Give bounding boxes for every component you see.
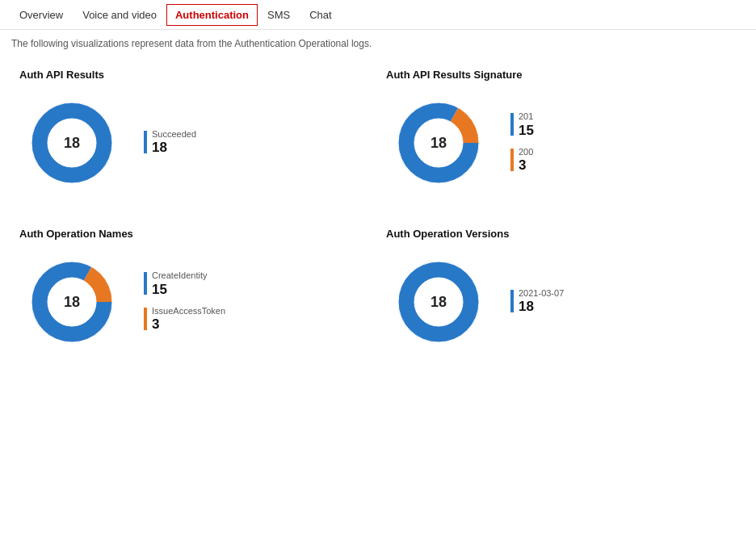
legend-color xyxy=(144,272,147,295)
legend-color xyxy=(144,131,147,153)
donut-center-auth-operation-versions: 18 xyxy=(430,294,447,311)
tab-authentication[interactable]: Authentication xyxy=(166,4,258,26)
chart-content-auth-api-results-signature: 18201152003 xyxy=(386,90,737,195)
legend-item: 2003 xyxy=(510,147,534,174)
chart-content-auth-api-results: 18Succeeded18 xyxy=(19,90,370,195)
tab-chat[interactable]: Chat xyxy=(300,2,341,27)
legend-color xyxy=(510,290,514,312)
chart-content-auth-operation-versions: 182021-03-0718 xyxy=(386,249,737,354)
donut-center-auth-api-results-signature: 18 xyxy=(430,135,447,152)
legend-label: 201 xyxy=(519,111,534,122)
donut-auth-operation-versions: 18 xyxy=(386,249,491,354)
donut-auth-api-results-signature: 18 xyxy=(386,90,491,195)
legend-label: 200 xyxy=(519,147,533,157)
legend-value: 15 xyxy=(152,282,207,298)
chart-content-auth-operation-names: 18CreateIdentity15IssueAccessToken3 xyxy=(19,249,370,354)
chart-section-auth-operation-names: Auth Operation Names18CreateIdentity15Is… xyxy=(11,215,378,374)
tab-overview[interactable]: Overview xyxy=(10,2,73,27)
legend-value: 15 xyxy=(519,123,534,139)
tab-sms[interactable]: SMS xyxy=(258,2,300,27)
legend-label: 2021-03-07 xyxy=(519,288,564,299)
donut-center-auth-api-results: 18 xyxy=(64,135,80,152)
legend-auth-api-results: Succeeded18 xyxy=(144,129,196,157)
legend-item: CreateIdentity15 xyxy=(144,270,225,298)
legend-label: Succeeded xyxy=(152,129,196,140)
chart-title-auth-operation-names: Auth Operation Names xyxy=(19,228,370,240)
legend-item: Succeeded18 xyxy=(144,129,196,157)
legend-auth-operation-names: CreateIdentity15IssueAccessToken3 xyxy=(144,270,225,333)
legend-value: 3 xyxy=(152,316,225,333)
donut-auth-operation-names: 18 xyxy=(19,249,124,354)
legend-label: IssueAccessToken xyxy=(152,306,225,316)
legend-color xyxy=(510,149,514,171)
page-description: The following visualizations represent d… xyxy=(0,30,756,56)
legend-item: 20115 xyxy=(510,111,534,139)
legend-label: CreateIdentity xyxy=(152,270,207,281)
chart-title-auth-api-results-signature: Auth API Results Signature xyxy=(386,69,737,81)
legend-value: 3 xyxy=(519,157,533,174)
tab-voice-and-video[interactable]: Voice and video xyxy=(73,2,166,27)
legend-value: 18 xyxy=(152,140,196,156)
legend-item: IssueAccessToken3 xyxy=(144,306,225,333)
chart-section-auth-operation-versions: Auth Operation Versions182021-03-0718 xyxy=(378,215,745,374)
legend-auth-api-results-signature: 201152003 xyxy=(510,111,534,174)
donut-center-auth-operation-names: 18 xyxy=(64,294,80,311)
chart-title-auth-api-results: Auth API Results xyxy=(19,69,370,81)
nav-tabs: OverviewVoice and videoAuthenticationSMS… xyxy=(0,0,756,30)
donut-auth-api-results: 18 xyxy=(19,90,124,195)
charts-grid: Auth API Results18Succeeded18Auth API Re… xyxy=(0,56,756,374)
legend-auth-operation-versions: 2021-03-0718 xyxy=(510,288,564,316)
legend-color xyxy=(144,308,147,330)
legend-color xyxy=(510,113,514,136)
legend-value: 18 xyxy=(519,299,564,315)
legend-item: 2021-03-0718 xyxy=(510,288,564,316)
chart-section-auth-api-results-signature: Auth API Results Signature18201152003 xyxy=(378,56,745,215)
chart-section-auth-api-results: Auth API Results18Succeeded18 xyxy=(11,56,378,215)
chart-title-auth-operation-versions: Auth Operation Versions xyxy=(386,228,737,240)
